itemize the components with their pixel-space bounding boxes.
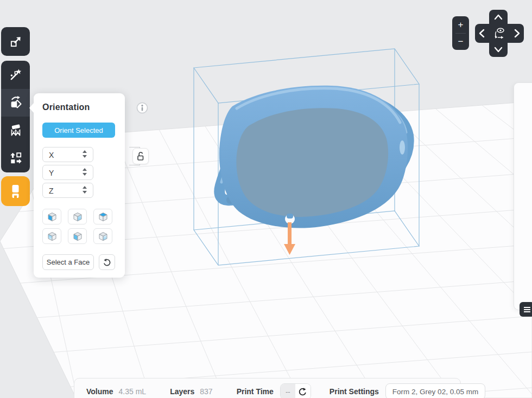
cube-face-left-gradient-icon (46, 231, 58, 242)
scale-icon (9, 35, 23, 49)
pan-down-button[interactable] (489, 42, 508, 57)
pan-up-button[interactable] (489, 10, 508, 24)
refresh-icon (298, 387, 307, 396)
orient-face-button-1[interactable] (42, 209, 61, 224)
orbit-view-button[interactable] (490, 24, 507, 42)
axis-x-field[interactable]: X (42, 147, 93, 162)
scale-tool-button[interactable] (1, 27, 30, 56)
model-list-toggle-button[interactable] (520, 302, 532, 317)
orient-icon (8, 95, 23, 110)
axis-z-stepper[interactable] (83, 186, 88, 196)
one-click-print-button[interactable] (1, 61, 30, 88)
print-settings-button[interactable]: Form 2, Grey 02, 0.05 mm (385, 383, 485, 398)
zoom-control: + − (452, 16, 469, 50)
app-window: Orientation Orient Selected X Y Z (0, 0, 532, 398)
print-time-control: -- (280, 383, 311, 398)
print-time-value: -- (281, 384, 295, 398)
supports-tool-button[interactable] (1, 117, 30, 144)
orient-face-button-6[interactable] (93, 228, 112, 244)
rim-specular (400, 140, 405, 155)
pan-left-button[interactable] (475, 24, 490, 43)
layers-label: Layers (170, 387, 194, 396)
cartridge-icon (8, 183, 23, 200)
axis-x-label: X (49, 151, 54, 159)
volume-value: 4.35 mL (119, 387, 147, 396)
cartridge-button[interactable] (1, 176, 30, 206)
supports-icon (9, 124, 23, 138)
cube-face-left-icon (46, 211, 58, 222)
axis-y-stepper[interactable] (83, 168, 88, 178)
orient-face-button-3[interactable] (93, 209, 112, 224)
lock-open-icon (136, 151, 145, 161)
orient-face-button-4[interactable] (42, 228, 61, 244)
axis-y-field[interactable]: Y (42, 165, 93, 180)
nub (287, 214, 293, 219)
print-time-label: Print Time (237, 387, 274, 396)
refresh-print-time-button[interactable] (295, 384, 311, 398)
cube-face-left-solid-icon (72, 231, 84, 242)
zoom-in-button[interactable]: + (452, 16, 469, 33)
orient-face-button-2[interactable] (68, 209, 87, 224)
axis-y-label: Y (49, 169, 54, 177)
lock-axes-button[interactable] (132, 148, 149, 164)
orientation-tool-button[interactable] (1, 89, 30, 117)
layout-tool-button[interactable] (1, 144, 30, 172)
info-icon (136, 101, 149, 114)
zoom-out-button[interactable]: − (452, 33, 469, 50)
axis-z-field[interactable]: Z (42, 183, 93, 198)
magic-wand-icon (9, 68, 23, 82)
layers-value: 837 (200, 387, 212, 396)
print-settings-label: Print Settings (330, 387, 379, 396)
axis-z-label: Z (49, 187, 54, 195)
cube-face-top-icon (97, 211, 109, 222)
axis-x-stepper[interactable] (83, 150, 88, 160)
orient-selected-button[interactable]: Orient Selected (42, 123, 115, 138)
pan-right-button[interactable] (509, 24, 524, 43)
panel-title: Orientation (42, 102, 90, 112)
orientation-panel: Orientation Orient Selected X Y Z (34, 93, 125, 278)
select-face-button[interactable]: Select a Face (42, 254, 94, 270)
status-bar: Volume 4.35 mL Layers 837 Print Time -- … (74, 378, 461, 398)
cube-face-bottom-gradient-icon (97, 231, 109, 242)
tool-group (1, 61, 30, 172)
list-icon (523, 306, 531, 313)
cube-face-right-gradient-icon (72, 211, 84, 222)
volume-label: Volume (86, 387, 113, 396)
info-button[interactable] (136, 101, 149, 114)
reset-orientation-button[interactable] (99, 254, 115, 270)
model-flat-face (236, 108, 388, 217)
layout-icon (9, 151, 23, 165)
orient-face-button-5[interactable] (68, 228, 87, 244)
reset-icon (103, 258, 111, 267)
collapsed-model-list-panel[interactable] (514, 82, 532, 310)
panel-notch (29, 102, 34, 113)
